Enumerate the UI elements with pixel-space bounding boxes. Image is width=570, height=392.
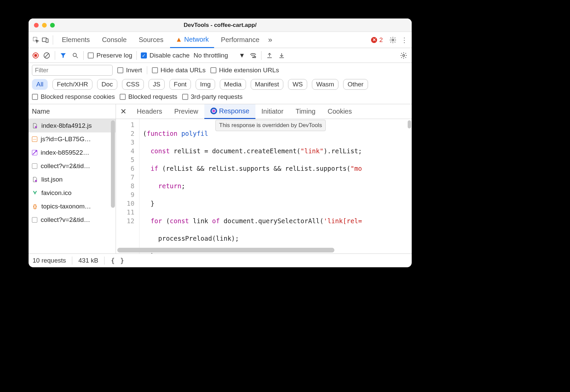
pretty-print-icon[interactable]: { } [111,257,125,265]
filter-type-img[interactable]: Img [196,79,215,90]
filter-type-doc[interactable]: Doc [97,79,117,90]
detail-tab-response[interactable]: Response [204,104,255,119]
override-tooltip: This response is overridden by DevTools [215,120,326,131]
detail-pane: ✕ Headers Preview Response Initiator Tim… [116,104,412,253]
tab-console[interactable]: Console [96,32,132,48]
request-name: collect?v=2&tid… [41,216,90,224]
inspect-icon[interactable] [32,36,40,44]
traffic-lights [29,23,55,28]
request-name: index-b859522… [41,149,89,156]
panel-settings-icon[interactable] [400,51,408,60]
download-icon[interactable] [278,51,286,60]
third-party-label: 3rd-party requests [191,93,243,101]
third-party-checkbox[interactable]: 3rd-party requests [182,93,243,101]
preserve-log-checkbox[interactable]: Preserve log [88,52,132,59]
hide-data-label: Hide data URLs [161,67,206,74]
svg-point-12 [35,180,37,182]
kebab-menu-icon[interactable]: ⋮ [400,36,408,44]
svg-line-7 [76,56,78,58]
request-list-scrollbar[interactable] [111,120,115,208]
minimize-window-button[interactable] [42,23,47,28]
code-h-scrollbar[interactable] [117,248,334,252]
detail-tabs: ✕ Headers Preview Response Initiator Tim… [116,104,412,119]
close-window-button[interactable] [34,23,39,28]
request-row[interactable]: collect?v=2&tid… [29,213,116,227]
detail-tab-response-label: Response [219,107,249,115]
filter-type-ws[interactable]: WS [288,79,307,90]
code-v-scrollbar[interactable] [408,120,411,128]
request-name: collect?v=2&tid… [41,162,90,170]
json-braces-icon: {} [32,203,38,209]
search-icon[interactable] [71,51,79,60]
throttling-label: No throttling [194,52,228,59]
filter-input[interactable] [32,65,113,76]
panel-tabbar: Elements Console Sources ▲ Network Perfo… [29,32,412,48]
filter-type-fetchxhr[interactable]: Fetch/XHR [52,79,92,90]
svg-point-3 [392,39,394,41]
detail-tab-headers[interactable]: Headers [131,104,168,119]
error-count: 2 [379,36,383,44]
request-row[interactable]: list.json [29,173,116,186]
request-name: favicon.ico [41,189,72,197]
request-row[interactable]: favicon.ico [29,186,116,200]
filter-type-css[interactable]: CSS [122,79,144,90]
filter-type-media[interactable]: Media [220,79,246,90]
filter-type-all[interactable]: All [32,79,48,90]
close-detail-icon[interactable]: ✕ [116,107,131,116]
disable-cache-checkbox[interactable]: ✓Disable cache [141,52,190,59]
request-row[interactable]: index-b859522… [29,146,116,159]
request-rows: index-8bfa4912.js ⋯ js?id=G-LB75G… index… [29,119,116,253]
tab-elements[interactable]: Elements [56,32,95,48]
svg-rect-2 [46,39,48,42]
device-toggle-icon[interactable] [41,36,49,44]
filter-type-other[interactable]: Other [343,79,368,90]
invert-label: Invert [126,67,142,74]
tab-network[interactable]: ▲ Network [170,32,214,48]
response-code-viewer[interactable]: 1 2 3 4 5 6 7 8 9 10 11 12 (function pol… [116,119,412,253]
detail-tab-initiator[interactable]: Initiator [255,104,290,119]
clear-icon[interactable] [43,51,51,60]
settings-icon[interactable] [389,36,397,44]
request-row[interactable]: ⋯ js?id=G-LB75G… [29,132,116,146]
hide-data-urls-checkbox[interactable]: Hide data URLs [152,67,206,74]
tab-network-label: Network [184,36,209,43]
maximize-window-button[interactable] [50,23,55,28]
request-row[interactable]: index-8bfa4912.js [29,119,116,132]
invert-checkbox[interactable]: Invert [117,67,142,74]
network-conditions-icon[interactable] [249,51,257,60]
blocked-cookies-label: Blocked response cookies [41,93,115,101]
hide-extension-urls-checkbox[interactable]: Hide extension URLs [210,67,279,74]
filter-type-wasm[interactable]: Wasm [312,79,338,90]
detail-tab-cookies[interactable]: Cookies [322,104,358,119]
tab-sources[interactable]: Sources [133,32,169,48]
request-list-header[interactable]: Name [29,104,116,119]
blocked-requests-checkbox[interactable]: Blocked requests [120,93,177,101]
filter-icon[interactable] [59,51,67,60]
chevron-down-icon: ▼ [239,52,245,59]
preserve-log-label: Preserve log [96,52,132,59]
record-button[interactable] [33,52,39,58]
window-title: DevTools - coffee-cart.app/ [29,22,412,29]
generic-file-icon [32,163,37,169]
upload-icon[interactable] [266,51,274,60]
svg-point-6 [73,53,76,56]
error-badge[interactable]: ✕ 2 [371,36,383,44]
blocked-req-label: Blocked requests [128,93,177,101]
filter-type-js[interactable]: JS [149,79,165,90]
detail-tab-preview[interactable]: Preview [168,104,204,119]
detail-tab-timing[interactable]: Timing [289,104,321,119]
line-gutter: 1 2 3 4 5 6 7 8 9 10 11 12 [116,119,139,253]
filter-type-manifest[interactable]: Manifest [251,79,284,90]
blocked-cookies-checkbox[interactable]: Blocked response cookies [32,93,115,101]
tab-performance[interactable]: Performance [215,32,265,48]
request-row[interactable]: collect?v=2&tid… [29,159,116,173]
transferred-size: 431 kB [78,257,98,264]
override-indicator-icon [210,108,217,114]
request-name: topics-taxonom… [41,203,91,210]
throttling-select[interactable]: No throttling ▼ [194,52,245,59]
more-tabs-icon[interactable]: » [266,36,274,44]
code-content: (function polyfil const relList = docume… [139,119,412,253]
svg-point-8 [253,57,254,58]
filter-type-font[interactable]: Font [169,79,191,90]
request-row[interactable]: {} topics-taxonom… [29,200,116,213]
